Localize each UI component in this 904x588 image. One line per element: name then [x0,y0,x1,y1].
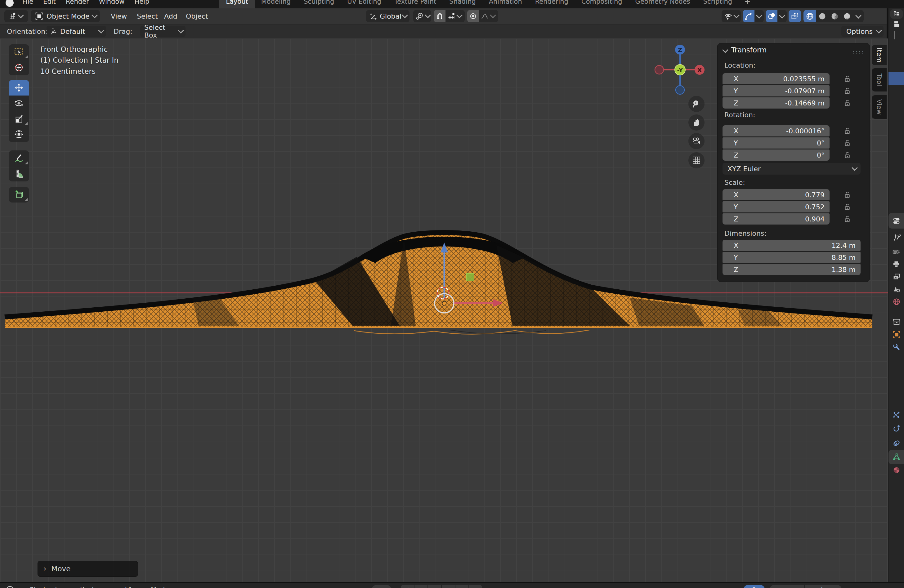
workspace-tab-uv-editing[interactable]: UV Editing [341,0,388,8]
gizmos-dropdown[interactable] [754,10,764,22]
visibility-dropdown[interactable] [722,10,741,22]
rotate-tool[interactable] [9,96,29,111]
location-x-field[interactable]: X0.023555 m [722,73,830,84]
ortho-toggle-button[interactable] [688,152,705,169]
properties-tab-render[interactable] [888,247,904,258]
timeline-menu-keying[interactable]: Keying [80,583,111,588]
camera-view-button[interactable] [688,133,705,149]
editor-type-button[interactable] [4,10,28,22]
workspace-tab-shading[interactable]: Shading [443,0,482,8]
move-gizmo[interactable] [428,230,515,316]
lock-rotation-x[interactable] [842,126,852,136]
outliner-selected-row[interactable] [888,72,904,85]
scale-z-field[interactable]: Z0.904 [722,213,830,224]
options-button[interactable]: Options [841,26,883,37]
workspace-tab-texture-paint[interactable]: Texture Paint [388,0,443,8]
workspace-tab-layout[interactable]: Layout [219,0,254,8]
menu-help[interactable]: Help [130,0,154,5]
dimensions-x-field[interactable]: X12.4 m [722,240,861,251]
properties-tab-object[interactable] [888,329,904,341]
menu-edit[interactable]: Edit [38,0,61,5]
frame-end-field[interactable]: End 250 [805,585,842,588]
lock-scale-x[interactable] [842,189,852,200]
orientation-default-dropdown[interactable]: Default [47,26,106,37]
sidebar-tab-tool[interactable]: Tool [872,68,887,91]
cursor-tool[interactable] [9,60,29,76]
location-y-field[interactable]: Y-0.07907 m [722,85,830,96]
play-button[interactable] [442,585,455,588]
pan-button[interactable] [688,114,705,131]
overlays-dropdown[interactable] [778,10,787,22]
dimensions-z-field[interactable]: Z1.38 m [722,264,861,275]
workspace-tab-modeling[interactable]: Modeling [255,0,297,8]
move-tool[interactable] [9,80,29,96]
rotation-z-field[interactable]: Z0° [722,150,830,161]
outliner-expand-icon[interactable] [894,31,895,38]
menu-object[interactable]: Object [180,10,213,22]
rotation-y-field[interactable]: Y0° [722,137,830,148]
lock-scale-y[interactable] [842,202,852,212]
workspace-tab-animation[interactable]: Animation [482,0,529,8]
auto-keying-toggle[interactable] [371,585,392,588]
mode-dropdown[interactable]: Object Mode [31,10,100,22]
lock-location-z[interactable] [842,98,852,108]
rotation-x-field[interactable]: X-0.000016° [722,125,830,136]
new-collection-icon[interactable] [892,20,900,28]
next-keyframe-button[interactable] [455,585,468,588]
panel-grip-icon[interactable]: :::: [852,48,864,56]
scale-x-field[interactable]: X0.779 [722,189,830,200]
workspace-tab-compositing[interactable]: Compositing [575,0,629,8]
shading-dropdown[interactable] [853,10,864,22]
scale-tool[interactable] [9,111,29,126]
properties-tab-output[interactable] [888,259,904,270]
play-reverse-button[interactable] [428,585,441,588]
lock-scale-z[interactable] [842,214,852,224]
orientation-dropdown[interactable]: Global [366,10,409,22]
properties-tab-collection[interactable] [888,316,904,328]
proportional-editing-toggle[interactable] [467,10,479,22]
properties-tab-world[interactable] [888,296,904,307]
prev-keyframe-button[interactable] [414,585,427,588]
lock-location-y[interactable] [842,85,852,96]
shading-wireframe-button[interactable] [803,10,816,22]
timeline-menu-view[interactable]: View [125,583,141,588]
sidebar-tab-item[interactable]: Item [872,45,887,65]
jump-to-start-button[interactable] [401,585,414,588]
drag-mode-dropdown[interactable]: Select Box [140,26,185,37]
snap-target-dropdown[interactable] [446,10,465,22]
shading-material-button[interactable] [828,10,841,22]
menu-view[interactable]: View [106,10,132,22]
properties-tab-scene[interactable] [888,284,904,295]
transform-tool[interactable] [9,126,29,142]
sidebar-tab-view[interactable]: View [872,95,887,119]
falloff-dropdown[interactable] [479,10,498,22]
pivot-dropdown[interactable] [413,10,431,22]
properties-tab-view-layer[interactable] [888,271,904,282]
dimensions-y-field[interactable]: Y8.85 m [722,252,861,263]
current-frame-field[interactable]: 1 [743,585,765,588]
properties-tab-tool-settings[interactable] [888,213,904,229]
properties-tab-tool[interactable] [888,231,904,243]
menu-add[interactable]: Add [159,10,183,22]
menu-select[interactable]: Select [131,10,163,22]
show-gizmos-toggle[interactable] [743,10,754,22]
measure-tool[interactable] [9,166,29,181]
shading-solid-button[interactable] [816,10,828,22]
menu-file[interactable]: File [17,0,38,5]
zoom-button[interactable] [688,96,705,112]
scale-y-field[interactable]: Y0.752 [722,201,830,213]
properties-tab-object-data[interactable] [888,450,904,464]
properties-tab-modifiers[interactable] [888,341,904,353]
location-z-field[interactable]: Z-0.14669 m [722,98,830,109]
add-cube-tool[interactable] [9,187,29,202]
outliner-display-mode-button[interactable] [890,9,903,19]
menu-window[interactable]: Window [94,0,130,5]
transform-panel-header[interactable]: Transform [723,46,767,54]
timeline-menu-marker[interactable]: Marker [151,583,174,588]
box-select-tool[interactable] [9,44,29,60]
properties-tab-constraints[interactable] [888,437,904,449]
add-workspace-button[interactable]: + [739,0,756,6]
lock-rotation-z[interactable] [842,150,852,160]
workspace-tab-geometry-nodes[interactable]: Geometry Nodes [629,0,697,8]
timeline-editor-icon[interactable] [6,585,14,588]
